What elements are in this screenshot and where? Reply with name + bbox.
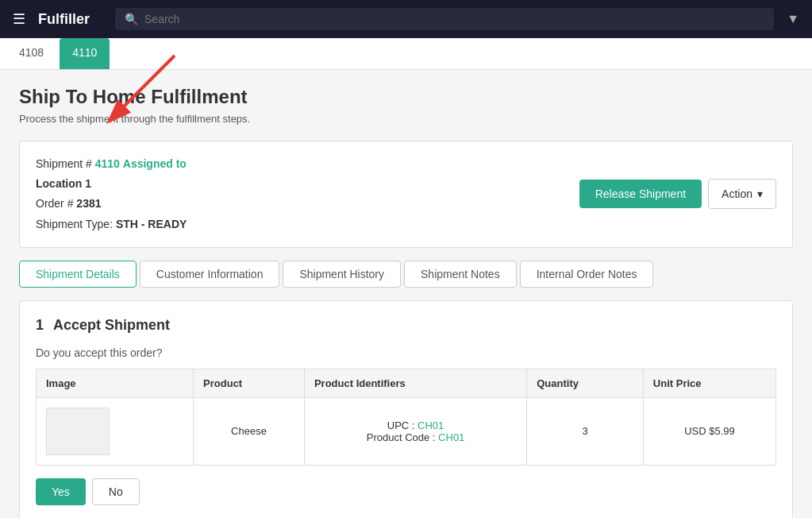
type-value: STH - READY [116, 218, 187, 230]
col-quantity: Quantity [527, 369, 644, 397]
upc-label: UPC : [387, 419, 415, 431]
main-content: Ship To Home Fulfillment Process the shi… [0, 70, 812, 518]
shipment-actions: Release Shipment Action ▾ [579, 179, 776, 209]
chevron-down-icon: ▾ [757, 187, 763, 200]
tab-shipment-details[interactable]: Shipment Details [19, 261, 137, 288]
assigned-label-text: Assigned to [123, 157, 187, 170]
page-title: Ship To Home Fulfillment [19, 86, 793, 108]
product-code-value: CH01 [438, 431, 464, 443]
quantity: 3 [527, 397, 644, 465]
yes-button[interactable]: Yes [36, 478, 86, 505]
product-name: Cheese [194, 397, 305, 465]
step-number: 1 [36, 317, 44, 334]
action-button[interactable]: Action ▾ [708, 179, 776, 209]
accept-question: Do you accept this order? [36, 346, 776, 359]
search-icon: 🔍 [125, 13, 138, 25]
tab-4108[interactable]: 4108 [6, 38, 56, 69]
no-button[interactable]: No [92, 478, 140, 505]
order-number-val: 2381 [76, 197, 101, 210]
product-identifiers: UPC : CH01 Product Code : CH01 [304, 397, 526, 465]
header: ☰ Fulfiller 🔍 ▼ [0, 0, 812, 38]
upc-value: CH01 [418, 419, 444, 431]
order-label: Order # [36, 197, 73, 210]
shipment-number: 4110 [95, 157, 120, 170]
page-subtitle: Process the shipment through the fulfill… [19, 113, 793, 125]
product-table: Image Product Product Identifiers Quanti… [36, 369, 776, 466]
shipment-info-left: Shipment # 4110 Assigned to Location 1 O… [36, 154, 187, 234]
accept-shipment-card: 1 Accept Shipment Do you accept this ord… [19, 300, 793, 518]
tab-4110[interactable]: 4110 [60, 38, 110, 69]
brand-name: Fulfiller [38, 11, 90, 28]
unit-price: USD $5.99 [643, 397, 775, 465]
shipment-location: Location 1 [36, 174, 187, 194]
accept-card-title: 1 Accept Shipment [36, 317, 776, 334]
col-product: Product [194, 369, 305, 397]
search-box[interactable]: 🔍 [115, 8, 774, 30]
action-label: Action [722, 187, 752, 200]
col-image: Image [37, 369, 194, 397]
tabs-bar: 4108 4110 [0, 38, 812, 70]
tab-shipment-notes[interactable]: Shipment Notes [404, 261, 517, 288]
shipment-number-label: Shipment # [36, 157, 92, 170]
accept-buttons: Yes No [36, 478, 776, 505]
product-code-label: Product Code : [367, 431, 436, 443]
product-image [46, 408, 110, 455]
shipment-info-card: Shipment # 4110 Assigned to Location 1 O… [19, 141, 793, 248]
search-input[interactable] [144, 13, 764, 25]
product-image-cell [37, 397, 194, 465]
col-identifiers: Product Identifiers [304, 369, 526, 397]
release-shipment-button[interactable]: Release Shipment [579, 180, 702, 208]
col-unit-price: Unit Price [643, 369, 775, 397]
menu-icon[interactable]: ☰ [13, 10, 25, 28]
tab-customer-information[interactable]: Customer Information [140, 261, 280, 288]
tab-shipment-history[interactable]: Shipment History [283, 261, 401, 288]
type-label: Shipment Type: [36, 218, 113, 230]
filter-icon[interactable]: ▼ [787, 12, 799, 26]
accept-title-text: Accept Shipment [53, 317, 170, 334]
table-row: Cheese UPC : CH01 Product Code : CH01 3 … [37, 397, 776, 465]
tab-internal-order-notes[interactable]: Internal Order Notes [520, 261, 654, 288]
section-tabs: Shipment Details Customer Information Sh… [19, 261, 793, 288]
